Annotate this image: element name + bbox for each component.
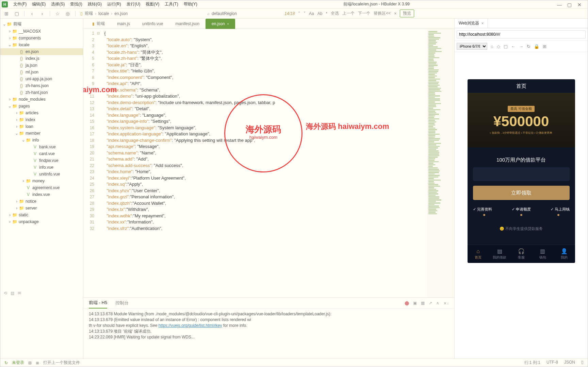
- editor-tab[interactable]: unitinfo.vue: [136, 19, 169, 29]
- tree-item[interactable]: {}zh-hant.json: [0, 89, 83, 96]
- close-search[interactable]: ×: [394, 11, 396, 16]
- menu-item[interactable]: 文件(F): [11, 1, 29, 8]
- next-btn[interactable]: 下一个: [358, 11, 370, 16]
- word-toggle[interactable]: Ab: [317, 11, 323, 16]
- tree-item[interactable]: {}zh-hans.json: [0, 82, 83, 89]
- tree-item[interactable]: Vbank.vue: [0, 144, 83, 150]
- console-tab-terminal[interactable]: 控制台: [115, 298, 129, 308]
- menu-item[interactable]: 运行(R): [104, 1, 124, 8]
- tree-item[interactable]: ⌄📁info: [0, 137, 83, 144]
- encoding[interactable]: UTF-8: [546, 360, 558, 366]
- nav-home[interactable]: ⌂首页: [468, 245, 489, 263]
- tree-item[interactable]: Vagreement.vue: [0, 184, 83, 191]
- export-icon[interactable]: ↗: [429, 301, 432, 305]
- breadcrumb[interactable]: ▯ 前端› locale› en.json: [80, 11, 128, 16]
- tree-item[interactable]: ›📁__MACOSX: [0, 28, 83, 35]
- back-icon[interactable]: ‹: [29, 11, 35, 16]
- tree-item[interactable]: {}en.json: [0, 48, 83, 55]
- tree-item[interactable]: ›📁static: [0, 212, 83, 218]
- prev-match-icon[interactable]: ˄: [298, 11, 300, 16]
- chat-icon[interactable]: ✉: [18, 291, 21, 296]
- editor-tab[interactable]: main.js: [111, 19, 136, 29]
- forward-icon[interactable]: ›: [39, 11, 45, 16]
- menu-item[interactable]: 编辑(E): [29, 1, 48, 8]
- star-icon[interactable]: ☆: [55, 11, 60, 16]
- next-match-icon[interactable]: ˅: [304, 11, 306, 16]
- replace-toggle[interactable]: 替换区<<: [374, 11, 391, 16]
- phone-cta-button[interactable]: 立即领取: [473, 186, 570, 200]
- menu-item[interactable]: 工具(T): [162, 1, 181, 8]
- list-icon[interactable]: ≣: [36, 361, 39, 365]
- login-status[interactable]: 未登录: [12, 360, 24, 366]
- minimap[interactable]: [427, 29, 454, 297]
- preview-button[interactable]: 预览: [400, 10, 414, 17]
- terminal-icon[interactable]: ▤: [11, 291, 14, 296]
- close-icon[interactable]: ×: [481, 21, 484, 26]
- tree-item[interactable]: Vindex.vue: [0, 191, 83, 198]
- editor-tab[interactable]: ▮前端: [86, 19, 111, 29]
- tree-item[interactable]: Vinfo.vue: [0, 164, 83, 171]
- stop-icon[interactable]: ⬤: [405, 301, 409, 305]
- menu-item[interactable]: 帮助(Y): [181, 1, 200, 8]
- sync-icon[interactable]: ↻: [4, 361, 8, 365]
- window-icon[interactable]: ▢: [504, 44, 508, 49]
- tree-item[interactable]: ›📁node_modules: [0, 96, 83, 103]
- device-select[interactable]: iPhone 6/7/8: [457, 43, 487, 50]
- save-icon[interactable]: ▢: [14, 11, 19, 16]
- prev-btn[interactable]: 上一个: [342, 11, 355, 16]
- menu-item[interactable]: 发行(U): [124, 1, 143, 8]
- sync-icon[interactable]: ⟲: [4, 291, 7, 296]
- nav-wallet[interactable]: ▥钱包: [532, 245, 553, 263]
- back-icon[interactable]: ←: [511, 44, 516, 49]
- preview-tab[interactable]: Web浏览器 ×: [455, 19, 488, 28]
- home-icon[interactable]: ⌂: [491, 44, 493, 49]
- code-editor[interactable]: 1234567891011121314151617181920212223242…: [83, 29, 454, 297]
- tree-item[interactable]: ⌄📁member: [0, 130, 83, 137]
- minimize-icon[interactable]: —: [557, 2, 562, 7]
- grid-icon[interactable]: ⊞: [28, 361, 32, 365]
- tree-item[interactable]: ›📁server: [0, 205, 83, 212]
- search-box[interactable]: ⌕: [207, 11, 280, 16]
- editor-tab[interactable]: en.json×: [206, 19, 235, 29]
- console-tab-h5[interactable]: 前端 - H5: [89, 298, 107, 308]
- new-tab-icon[interactable]: ⊞: [4, 11, 9, 16]
- case-toggle[interactable]: Aa: [309, 11, 314, 16]
- tree-item[interactable]: {}uni-app.ja.json: [0, 76, 83, 82]
- collapse-icon[interactable]: ⨯↓: [443, 301, 449, 305]
- tree-item[interactable]: Vfindpw.vue: [0, 157, 83, 164]
- tree-item[interactable]: ⌄📁pages: [0, 103, 83, 110]
- grid-icon[interactable]: ⊞: [543, 44, 546, 49]
- tree-item[interactable]: ›📁money: [0, 178, 83, 184]
- forward-icon[interactable]: →: [519, 44, 523, 49]
- expand-icon[interactable]: ∧: [436, 301, 439, 305]
- browser-icon[interactable]: ▣: [413, 301, 417, 305]
- tree-item[interactable]: {}ml.json: [0, 69, 83, 76]
- tree-item[interactable]: {}index.js: [0, 55, 83, 62]
- editor-tab[interactable]: manifest.json: [169, 19, 206, 29]
- collapse-icon[interactable]: ◇: [497, 44, 500, 49]
- url-input[interactable]: [457, 30, 586, 38]
- lock-icon[interactable]: 🔒: [534, 44, 539, 49]
- tree-item[interactable]: ⌄📁前端: [0, 20, 83, 28]
- regex-toggle[interactable]: *: [326, 11, 327, 16]
- phone-input[interactable]: [473, 167, 570, 181]
- search-input[interactable]: [212, 11, 280, 16]
- refresh-icon[interactable]: ↻: [527, 44, 530, 49]
- menu-item[interactable]: 视图(V): [143, 1, 162, 8]
- target-icon[interactable]: ◎: [65, 11, 70, 16]
- nav-me[interactable]: 👤我的: [553, 245, 575, 263]
- menu-item[interactable]: 查找(I): [67, 1, 85, 8]
- tree-item[interactable]: ›📁components: [0, 35, 83, 41]
- menu-item[interactable]: 选择(S): [48, 1, 67, 8]
- maximize-icon[interactable]: ▢: [567, 2, 572, 7]
- nav-loan[interactable]: ▤我的借款: [489, 245, 510, 263]
- language-mode[interactable]: JSON: [564, 360, 575, 366]
- tree-item[interactable]: {}ja.json: [0, 62, 83, 69]
- tree-item[interactable]: ⌄📁locale: [0, 41, 83, 48]
- notify-icon[interactable]: ▯: [581, 360, 584, 366]
- select-all[interactable]: 全选: [331, 11, 339, 16]
- menu-item[interactable]: 跳转(G): [85, 1, 104, 8]
- tree-item[interactable]: ›📁notice: [0, 198, 83, 205]
- tree-item[interactable]: ›📁articles: [0, 110, 83, 116]
- tree-item[interactable]: Vcard.vue: [0, 150, 83, 157]
